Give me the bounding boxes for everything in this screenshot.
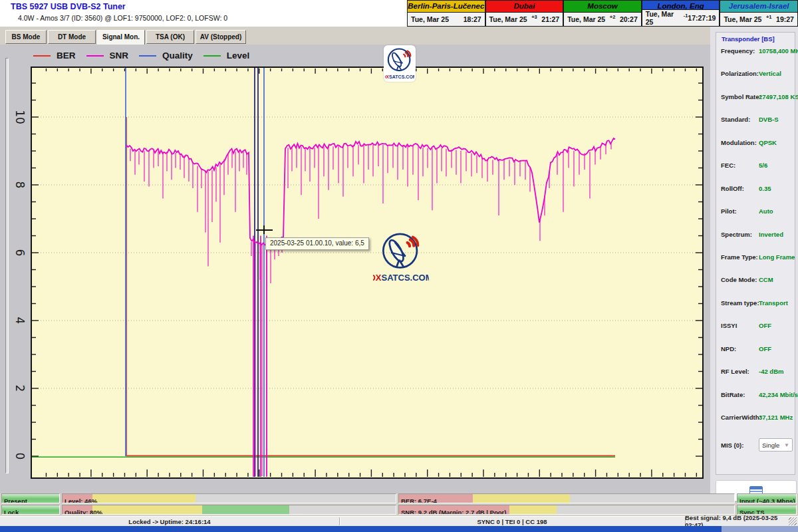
level-bar: Level: 46%: [62, 493, 396, 503]
snr-line-swatch: [86, 55, 104, 57]
status-best-signal: Best signal: 9,4 dB (2025-03-25 02:47): [685, 517, 788, 526]
clock-date: Tue, Mar 25: [724, 15, 761, 23]
legend-item-ber: BER: [33, 51, 76, 61]
tab-bs-mode[interactable]: BS Mode: [5, 30, 47, 44]
level-line-swatch: [203, 55, 221, 57]
snr-bar: SNR: 9,2 dB (Margin: 2,7 dB | Poor): [398, 505, 735, 515]
app-title: TBS 5927 USB DVB-S2 Tuner: [11, 2, 126, 11]
row-polarization: Polarization:Vertical: [721, 70, 793, 92]
satellite-dish-icon: DXSATCS.COM: [373, 231, 429, 283]
y-axis-label: 4: [13, 317, 27, 325]
tuner-subtitle: 4.0W - Amos 3/7 (ID: 3560) @ LOF1: 97500…: [18, 14, 227, 22]
chart-legend: BER SNR Quality Level: [33, 51, 249, 61]
y-axis-label: 6: [13, 249, 27, 257]
ber-line-swatch: [33, 55, 51, 57]
resize-grip[interactable]: [789, 517, 797, 525]
quality-line-swatch: [139, 55, 156, 57]
clock-berlin: Berlin-Paris-Lučenec Tue, Mar 25 18:27: [407, 0, 485, 27]
clock-city: Jerusalem-Israel: [720, 1, 797, 13]
row-bitrate: BitRate:42,234 Mbit/s: [721, 391, 793, 414]
clock-date: Tue, Mar 25: [646, 10, 684, 26]
plot-border: [31, 67, 703, 478]
row-spectrum: Spectrum:Inverted: [721, 231, 793, 253]
svg-text:DXSATCS.COM: DXSATCS.COM: [385, 74, 414, 79]
tab-av[interactable]: AV (Stopped): [196, 30, 246, 44]
clock-time: 20:27: [620, 15, 638, 23]
signal-monitor-area: BER SNR Quality Level 0246810 D: [0, 45, 715, 493]
chevron-down-icon: ▼: [784, 442, 789, 448]
ber-bar: BER: 6,7E-4: [398, 493, 735, 503]
row-mis: MIS (0): Single ▼: [721, 438, 793, 452]
row-frequency: Frequency:10758,400 MHz: [721, 47, 793, 70]
quality-bar: Quality: 80%: [62, 505, 396, 515]
tab-dt-mode[interactable]: DT Mode: [48, 30, 96, 44]
status-sync: SYNC 0 | TEI 0 | CC 198: [339, 517, 685, 526]
row-npd: NPD:OFF: [721, 345, 793, 368]
y-axis-label: 8: [13, 182, 27, 189]
clock-time: 17:27:19: [688, 14, 716, 22]
clock-utc-offset: +3: [531, 14, 537, 20]
y-axis-label: 2: [13, 385, 27, 392]
legend-item-level: Level: [203, 51, 250, 61]
mis-select[interactable]: Single ▼: [759, 438, 793, 452]
y-axis-label: 0: [13, 453, 27, 460]
signal-chart-svg: [31, 66, 704, 479]
transponder-panel: Transponder [BS] Frequency:10758,400 MHz…: [716, 32, 795, 475]
status-bar: Locked -> Uptime: 24:16:14 SYNC 0 | TEI …: [0, 516, 798, 526]
clock-utc-offset: -1: [684, 13, 688, 19]
row-fec: FEC:5/6: [721, 162, 793, 184]
clock-time: 21:27: [541, 15, 559, 23]
snr-trace: [126, 138, 615, 245]
clock-city: Dubai: [486, 1, 563, 13]
tab-tsa[interactable]: TSA (OK): [146, 30, 194, 44]
bar-zone: [92, 505, 202, 514]
clock-city: London, Eng: [642, 1, 720, 10]
bar-zone: [509, 505, 557, 514]
mode-tabs: BS Mode DT Mode Signal Mon. TSA (OK) AV …: [5, 30, 246, 45]
row-standard: Standard:DVB-S: [721, 116, 793, 138]
clock-time: 19:27: [776, 15, 794, 23]
lock-indicator: Lock: [1, 505, 60, 515]
svg-text:DXSATCS.COM: DXSATCS.COM: [373, 273, 429, 283]
dxsatcs-logo-small: DXSATCS.COM: [384, 45, 416, 82]
bar-zone: [202, 505, 289, 514]
clock-utc-offset: +1: [766, 14, 772, 20]
clock-london: London, Eng Tue, Mar 25 -1 17:27:19: [642, 0, 720, 27]
signal-chart[interactable]: [31, 66, 704, 479]
bar-zone: [473, 494, 570, 503]
present-indicator: Present: [1, 493, 60, 503]
clock-date: Tue, Mar 25: [567, 15, 605, 23]
legend-item-quality: Quality: [139, 51, 193, 61]
row-stream-type: Stream type:Transport: [721, 299, 793, 322]
row-carrier-width: CarrierWidth:37,121 MHz: [721, 414, 793, 436]
row-modulation: Modulation:QPSK: [721, 139, 793, 162]
world-clocks: Berlin-Paris-Lučenec Tue, Mar 25 18:27 D…: [407, 0, 798, 27]
crosshair-cursor: [263, 225, 265, 234]
transponder-panel-title: Transponder [BS]: [722, 35, 775, 43]
chart-tooltip: 2025-03-25 01.00.10, value: 6,5: [265, 237, 369, 250]
clock-jerusalem: Jerusalem-Israel Tue, Mar 25 +1 19:27: [720, 0, 798, 27]
clock-date: Tue, Mar 25: [411, 15, 449, 23]
vertical-separator: [5, 58, 9, 473]
tab-signal-mon[interactable]: Signal Mon.: [97, 30, 145, 45]
input-indicator: Input (~40,3 Mbps): [737, 493, 797, 503]
clock-utc-offset: +2: [610, 14, 616, 20]
right-panel-column: Transponder [BS] Frequency:10758,400 MHz…: [710, 27, 798, 493]
row-rf-level: RF Level:-42 dBm: [721, 368, 793, 390]
row-pilot: Pilot:Auto: [721, 207, 793, 230]
y-axis-label: 10: [13, 110, 27, 124]
bar-zone: [92, 494, 196, 503]
clock-city: Moscow: [564, 1, 641, 13]
dxsatcs-logo-large: DXSATCS.COM: [373, 231, 429, 283]
clock-city: Berlin-Paris-Lučenec: [408, 1, 485, 13]
legend-item-snr: SNR: [86, 51, 129, 61]
taskbar-edge-light: [722, 526, 798, 532]
row-symbol-rate: Symbol Rate:27497,108 KS/s: [721, 93, 793, 116]
clock-time: 18:27: [464, 15, 481, 23]
sync-ts-indicator: Sync TS: [737, 505, 797, 515]
status-uptime: Locked -> Uptime: 24:16:14: [0, 517, 339, 526]
clock-dubai: Dubai Tue, Mar 25 +3 21:27: [485, 0, 564, 27]
transponder-rows: Frequency:10758,400 MHz Polarization:Ver…: [721, 47, 793, 452]
clock-moscow: Moscow Tue, Mar 25 +2 20:27: [563, 0, 642, 27]
clock-date: Tue, Mar 25: [489, 15, 527, 23]
